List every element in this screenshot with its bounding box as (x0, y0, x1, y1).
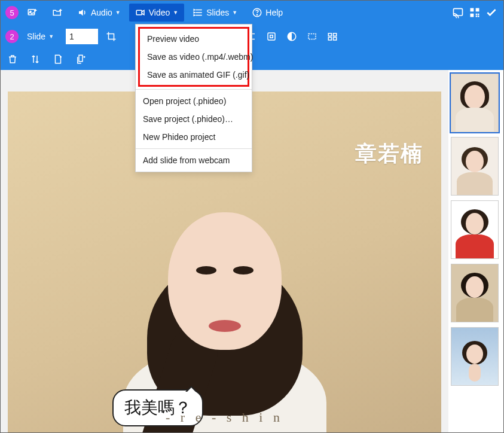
check-icon (485, 7, 497, 19)
caret-down-icon: ▼ (232, 10, 237, 16)
slide-dropdown[interactable]: Slide ▼ (25, 28, 60, 45)
video-icon (135, 7, 146, 18)
svg-rect-10 (478, 16, 479, 17)
video-label: Video (149, 8, 170, 17)
slides-icon (193, 7, 203, 18)
thumbnail-5[interactable] (451, 327, 499, 386)
svg-point-4 (257, 14, 258, 15)
audio-icon (77, 7, 88, 18)
reorder-button[interactable] (28, 52, 42, 66)
svg-rect-6 (471, 8, 474, 12)
help-label: Help (265, 8, 283, 17)
slide-label: Slide (27, 32, 45, 41)
caret-down-icon: ▼ (173, 10, 178, 16)
svg-rect-12 (478, 14, 479, 16)
shape-button[interactable] (264, 29, 279, 44)
svg-rect-16 (308, 34, 316, 39)
grid-icon (327, 31, 338, 42)
svg-rect-13 (268, 33, 275, 40)
signature-text: - r e - s h i n (166, 410, 283, 425)
page-plus-icon (53, 54, 63, 65)
add-folder-button[interactable] (46, 4, 69, 22)
duplicate-page-button[interactable] (74, 52, 88, 66)
svg-rect-20 (334, 38, 337, 41)
cast-button[interactable] (451, 5, 465, 20)
caret-down-icon: ▼ (48, 33, 54, 39)
pages-plus-icon (75, 54, 86, 65)
crop-icon (106, 31, 117, 42)
svg-rect-14 (270, 35, 273, 38)
cast-icon (452, 7, 464, 19)
add-image-button[interactable] (21, 4, 44, 22)
svg-rect-2 (136, 10, 142, 15)
slide-count-badge: 2 (5, 30, 19, 43)
filter-button[interactable] (285, 29, 299, 44)
folder-plus-icon (52, 7, 63, 18)
top-toolbar: 5 Audio ▼ Video ▼ Slides ▼ Help (1, 1, 503, 25)
thumbnail-3[interactable] (451, 200, 499, 259)
crop-button[interactable] (104, 29, 118, 44)
shape-icon (266, 31, 277, 42)
new-page-button[interactable] (51, 52, 65, 66)
thumbnail-4[interactable] (451, 264, 499, 322)
svg-rect-8 (471, 14, 474, 17)
project-count-badge: 5 (5, 6, 19, 19)
svg-rect-17 (328, 33, 331, 36)
svg-rect-9 (476, 14, 478, 16)
svg-rect-11 (476, 16, 478, 17)
menu-preview-video[interactable]: Preview video (140, 30, 248, 48)
video-menu-button[interactable]: Video ▼ (129, 4, 184, 22)
grid-button[interactable] (325, 29, 340, 44)
menu-save-gif[interactable]: Save as animated GIF (.gif) (140, 66, 248, 84)
audio-label: Audio (91, 8, 112, 17)
slide-number-input[interactable] (66, 29, 98, 44)
highlighted-menu-group: Preview video Save as video (.mp4/.webm)… (138, 27, 249, 87)
help-button[interactable]: Help (246, 4, 289, 22)
thumbnail-panel (448, 70, 503, 433)
audio-menu-button[interactable]: Audio ▼ (71, 4, 127, 22)
caret-down-icon: ▼ (115, 10, 121, 16)
qr-button[interactable] (468, 5, 482, 20)
updown-arrows-icon (30, 54, 41, 65)
video-dropdown-menu: Preview video Save as video (.mp4/.webm)… (135, 24, 252, 172)
thumbnail-1[interactable] (451, 74, 499, 132)
menu-open-project[interactable]: Open project (.phideo) (136, 92, 252, 110)
done-button[interactable] (484, 5, 499, 20)
help-icon (252, 7, 262, 18)
title-overlay-text[interactable]: 章若楠 (355, 139, 423, 169)
trash-icon (7, 54, 18, 65)
menu-save-video[interactable]: Save as video (.mp4/.webm) (140, 48, 248, 66)
svg-rect-5 (454, 8, 463, 16)
menu-add-webcam[interactable]: Add slide from webcam (136, 151, 252, 169)
thumbnail-2[interactable] (451, 137, 499, 196)
svg-rect-19 (328, 38, 331, 41)
qr-icon (469, 7, 481, 19)
menu-separator (136, 148, 252, 149)
svg-rect-18 (334, 33, 337, 36)
effects-icon (307, 31, 317, 42)
menu-new-project[interactable]: New Phideo project (136, 128, 252, 146)
image-plus-icon (27, 7, 38, 18)
menu-separator (136, 89, 252, 90)
delete-button[interactable] (5, 52, 20, 66)
filter-icon (286, 31, 297, 42)
slides-label: Slides (206, 8, 229, 17)
effects-button[interactable] (305, 29, 319, 44)
svg-rect-7 (476, 8, 479, 12)
slides-menu-button[interactable]: Slides ▼ (187, 4, 243, 22)
menu-save-project[interactable]: Save project (.phideo)… (136, 110, 252, 128)
